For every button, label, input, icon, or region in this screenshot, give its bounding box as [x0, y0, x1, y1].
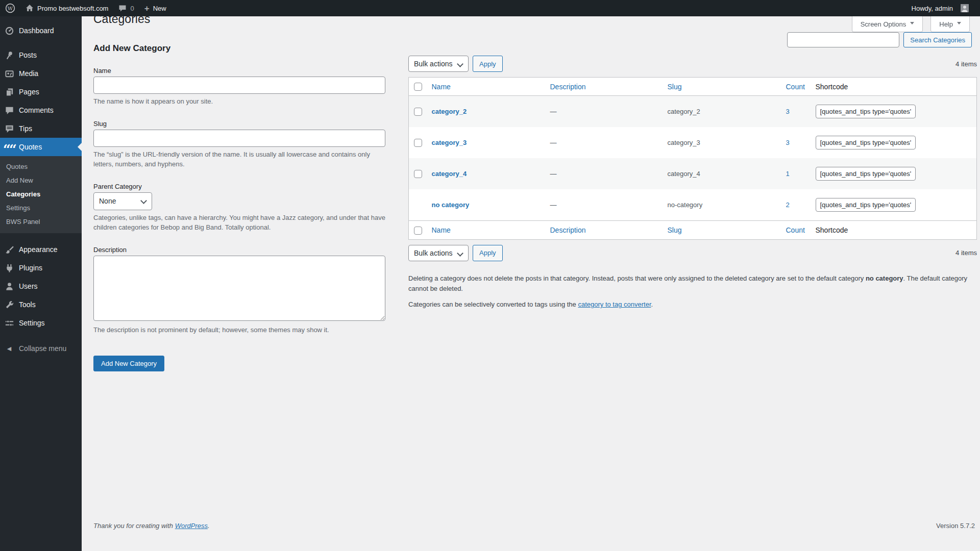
category-slug: no-category — [663, 189, 781, 221]
sort-by-slug[interactable]: Slug — [668, 226, 682, 234]
search-input[interactable] — [787, 32, 899, 47]
category-name-link[interactable]: category_2 — [432, 108, 467, 115]
comment-bubble-icon — [118, 5, 127, 12]
name-label: Name — [93, 67, 385, 74]
category-count-link[interactable]: 2 — [786, 201, 790, 209]
howdy-text: Howdy, admin — [912, 5, 953, 12]
screen-meta: Screen Options Help — [852, 16, 970, 32]
wordpress-logo-menu[interactable]: W — [0, 0, 20, 16]
media-icon — [4, 68, 14, 79]
select-all-checkbox[interactable] — [414, 83, 422, 91]
sort-by-slug[interactable]: Slug — [668, 83, 682, 91]
submenu-item-add-new[interactable]: Add New — [0, 173, 82, 187]
sidebar-item-label: Comments — [19, 106, 54, 114]
comments-admin-item[interactable]: 0 — [113, 0, 139, 16]
collapse-menu-label: Collapse menu — [19, 344, 66, 353]
category-description-textarea[interactable] — [93, 256, 385, 321]
sort-by-name[interactable]: Name — [432, 226, 451, 234]
sidebar-item-settings[interactable]: Settings — [0, 314, 82, 332]
bulk-actions-select[interactable]: Bulk actions — [408, 56, 469, 72]
table-row: no category — no-category 2 — [409, 189, 977, 221]
search-form: Search Categories — [408, 32, 972, 47]
sort-by-description[interactable]: Description — [550, 226, 586, 234]
category-name-input[interactable] — [93, 77, 385, 94]
description-label: Description — [93, 246, 385, 254]
shortcode-input[interactable] — [816, 167, 916, 181]
sidebar-item-label: Posts — [19, 51, 37, 59]
sidebar-item-label: Settings — [19, 319, 45, 327]
category-description: — — [545, 158, 663, 189]
site-name-link[interactable]: Promo bestwebsoft.com — [20, 0, 113, 16]
sidebar-item-comments[interactable]: Comments — [0, 101, 82, 119]
screen-options-label: Screen Options — [861, 20, 906, 28]
select-all-checkbox[interactable] — [414, 227, 422, 235]
plugin-icon — [4, 263, 14, 273]
sort-by-count[interactable]: Count — [786, 83, 805, 91]
parent-category-label: Parent Category — [93, 183, 385, 190]
help-tab[interactable]: Help — [930, 16, 970, 32]
sidebar-item-users[interactable]: Users — [0, 277, 82, 295]
submenu-item-quotes[interactable]: Quotes — [0, 160, 82, 173]
screen-options-tab[interactable]: Screen Options — [852, 16, 923, 32]
category-count-link[interactable]: 3 — [786, 139, 790, 146]
chevron-down-icon — [957, 20, 961, 28]
sidebar-item-dashboard[interactable]: Dashboard — [0, 21, 82, 40]
sidebar-item-appearance[interactable]: Appearance — [0, 240, 82, 259]
wordpress-link[interactable]: WordPress — [175, 522, 208, 530]
row-checkbox[interactable] — [414, 108, 422, 116]
bulk-actions-select[interactable]: Bulk actions — [408, 245, 469, 261]
site-name-label: Promo bestwebsoft.com — [37, 5, 108, 12]
category-description: — — [545, 127, 663, 158]
sort-by-description[interactable]: Description — [550, 83, 586, 91]
apply-button[interactable]: Apply — [473, 56, 503, 72]
shortcode-input[interactable] — [816, 105, 916, 118]
sidebar-item-tips[interactable]: Tips — [0, 119, 82, 138]
add-new-category-button[interactable]: Add New Category — [93, 356, 164, 371]
category-description: — — [545, 189, 663, 221]
sidebar-item-label: Users — [19, 282, 38, 290]
category-name-link[interactable]: no category — [432, 201, 470, 209]
parent-category-select[interactable]: None — [93, 192, 152, 210]
collapse-arrow-icon — [4, 343, 14, 354]
category-slug: category_2 — [663, 96, 781, 128]
apply-button[interactable]: Apply — [473, 245, 503, 261]
term-notes: Deleting a category does not delete the … — [408, 273, 977, 310]
settings-sliders-icon — [4, 318, 14, 328]
items-count: 4 items — [955, 60, 977, 68]
sidebar-item-plugins[interactable]: Plugins — [0, 259, 82, 277]
category-name-link[interactable]: category_3 — [432, 139, 467, 146]
quotes-submenu: Quotes Add New Categories Settings BWS P… — [0, 156, 82, 233]
submenu-item-bws-panel[interactable]: BWS Panel — [0, 215, 82, 229]
category-to-tag-converter-link[interactable]: category to tag converter — [578, 300, 651, 308]
row-checkbox[interactable] — [414, 139, 422, 147]
new-content-menu[interactable]: New — [139, 0, 172, 16]
parent-category-select-wrap: None — [93, 192, 152, 210]
sidebar-item-media[interactable]: Media — [0, 64, 82, 83]
admin-sidebar: Dashboard Posts Media Pages Comments Tip… — [0, 16, 82, 551]
search-categories-button[interactable]: Search Categories — [903, 32, 972, 47]
sidebar-item-posts[interactable]: Posts — [0, 46, 82, 64]
sort-by-name[interactable]: Name — [432, 83, 451, 91]
collapse-menu-button[interactable]: Collapse menu — [0, 339, 82, 358]
pages-icon — [4, 87, 14, 97]
sort-by-count[interactable]: Count — [786, 226, 805, 234]
bulk-actions-select-wrap: Bulk actions — [408, 56, 469, 72]
shortcode-input[interactable] — [816, 136, 916, 149]
submenu-item-categories[interactable]: Categories — [0, 187, 82, 201]
slug-help: The “slug” is the URL-friendly version o… — [93, 149, 385, 169]
category-slug-input[interactable] — [93, 130, 385, 147]
sidebar-item-tools[interactable]: Tools — [0, 295, 82, 314]
category-count-link[interactable]: 1 — [786, 170, 790, 178]
user-icon — [4, 281, 14, 291]
sidebar-item-pages[interactable]: Pages — [0, 83, 82, 101]
submenu-item-settings[interactable]: Settings — [0, 201, 82, 215]
shortcode-input[interactable] — [816, 198, 916, 212]
bulk-actions-select-wrap: Bulk actions — [408, 245, 469, 261]
admin-bar: W Promo bestwebsoft.com 0 New Howdy, adm… — [0, 0, 980, 16]
svg-text:W: W — [8, 6, 13, 11]
sidebar-item-quotes[interactable]: Quotes — [0, 138, 82, 156]
category-count-link[interactable]: 3 — [786, 108, 790, 115]
my-account-menu[interactable]: Howdy, admin — [906, 0, 974, 16]
category-name-link[interactable]: category_4 — [432, 170, 467, 178]
row-checkbox[interactable] — [414, 170, 422, 178]
